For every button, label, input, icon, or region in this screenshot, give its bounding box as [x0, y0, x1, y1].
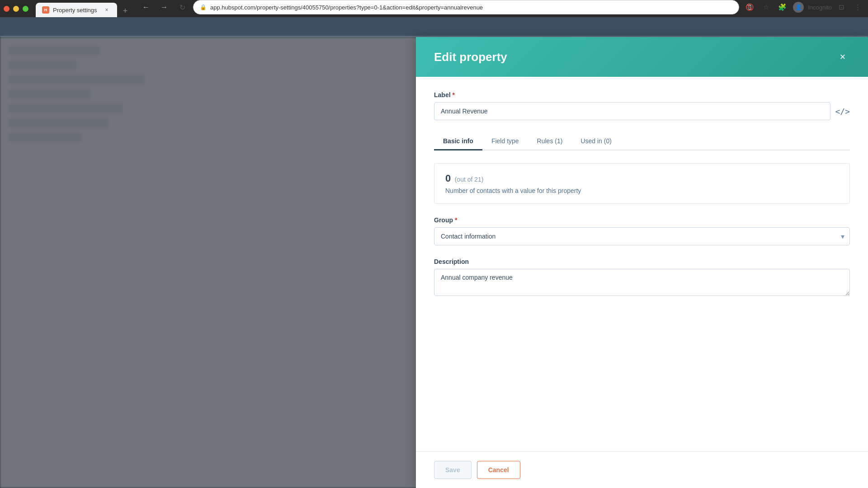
browser-tab-active[interactable]: H Property settings × [36, 3, 117, 17]
reload-button[interactable]: ↻ [175, 0, 189, 14]
window-minimize-button[interactable] [13, 6, 19, 12]
window-maximize-button[interactable] [23, 6, 28, 12]
stats-description: Number of contacts with a value for this… [445, 187, 839, 194]
tab-title: Property settings [53, 7, 97, 14]
panel-header: Edit property × [416, 37, 868, 77]
label-field-label: Label * [434, 91, 850, 99]
group-field-group: Group * Contact information Company info… [434, 216, 850, 245]
lock-icon: 🔒 [200, 4, 207, 10]
bookmark-button[interactable]: ☆ [759, 0, 773, 14]
more-options-button[interactable]: ⋮ [851, 0, 864, 14]
forward-button[interactable]: → [157, 0, 171, 14]
panel-footer: Save Cancel [416, 451, 868, 488]
panel-close-button[interactable]: × [835, 50, 850, 64]
modal-overlay: Edit property × Label * </> Basic info [0, 37, 868, 488]
tab-field-type[interactable]: Field type [482, 133, 528, 150]
window-close-button[interactable] [4, 6, 9, 12]
stats-out-of: (out of 21) [455, 176, 484, 183]
save-button[interactable]: Save [434, 461, 472, 479]
tab-close-button[interactable]: × [103, 6, 111, 14]
panel-title: Edit property [434, 50, 507, 64]
incognito-label: Incognito [808, 4, 832, 11]
layout-button[interactable]: ⊡ [835, 0, 848, 14]
group-select[interactable]: Contact information Company information … [434, 227, 850, 245]
label-input-wrapper: </> [434, 102, 850, 120]
profile-button[interactable]: 👤 [792, 0, 805, 14]
address-bar[interactable]: 🔒 app.hubspot.com/property-settings/4005… [193, 0, 739, 14]
tab-basic-info[interactable]: Basic info [434, 133, 482, 150]
group-required-star: * [455, 216, 457, 224]
camera-off-icon[interactable]: 📵 [743, 0, 756, 14]
extensions-button[interactable]: 🧩 [775, 0, 789, 14]
stats-box: 0 (out of 21) Number of contacts with a … [434, 163, 850, 204]
incognito-avatar: 👤 [793, 2, 804, 13]
edit-property-panel: Edit property × Label * </> Basic info [416, 37, 868, 488]
label-input[interactable] [434, 102, 830, 120]
stats-count: 0 [445, 173, 451, 184]
cancel-button[interactable]: Cancel [477, 461, 520, 479]
group-select-wrapper: Contact information Company information … [434, 227, 850, 245]
tab-used-in[interactable]: Used in (0) [571, 133, 620, 150]
stats-count-row: 0 (out of 21) [445, 173, 839, 184]
group-field-label: Group * [434, 216, 850, 224]
tab-favicon: H [42, 6, 49, 14]
label-required-star: * [453, 91, 455, 99]
tab-rules[interactable]: Rules (1) [528, 133, 572, 150]
tabs-bar: Basic info Field type Rules (1) Used in … [434, 133, 850, 150]
code-icon[interactable]: </> [835, 107, 850, 116]
label-field-group: Label * </> [434, 91, 850, 120]
panel-body: Label * </> Basic info Field type Rules … [416, 77, 868, 451]
description-field-group: Description Annual company revenue [434, 258, 850, 298]
url-text: app.hubspot.com/property-settings/400557… [210, 4, 732, 11]
back-button[interactable]: ← [139, 0, 153, 14]
description-textarea[interactable]: Annual company revenue [434, 269, 850, 296]
description-field-label: Description [434, 258, 850, 265]
new-tab-button[interactable]: + [119, 5, 132, 17]
